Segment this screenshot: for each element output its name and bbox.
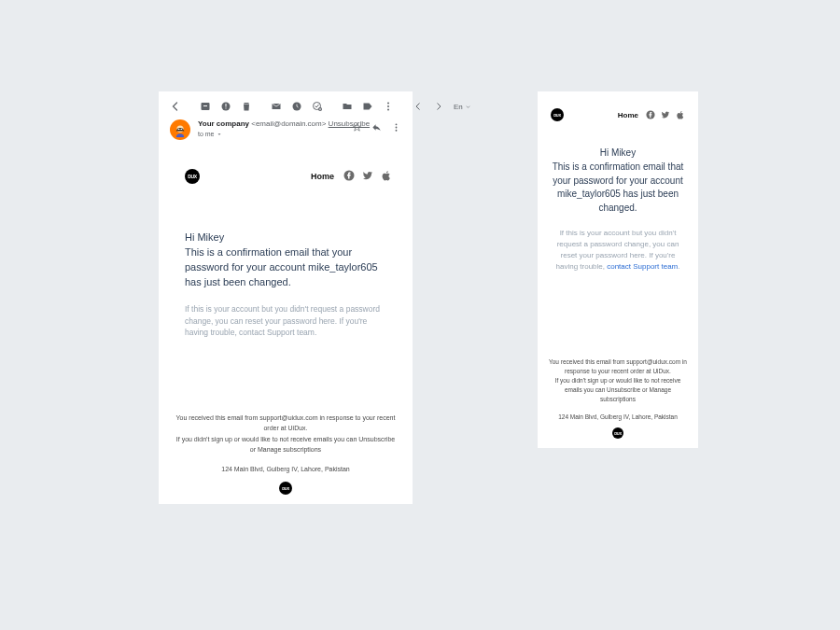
footer-logo: DUX bbox=[612, 427, 623, 439]
email-content-header: DUX Home bbox=[159, 140, 413, 194]
svg-rect-4 bbox=[226, 108, 227, 109]
footer-address: 124 Main Blvd, Gulberg IV, Lahore, Pakis… bbox=[547, 413, 689, 420]
apple-icon[interactable] bbox=[381, 168, 392, 185]
mobile-header: DUX Home bbox=[538, 91, 698, 131]
move-icon[interactable] bbox=[342, 101, 353, 112]
report-icon[interactable] bbox=[220, 101, 231, 112]
star-icon[interactable] bbox=[352, 119, 362, 136]
label-icon[interactable] bbox=[362, 101, 373, 112]
more-icon[interactable] bbox=[383, 101, 394, 112]
footer-line-2: If you didn't sign up or would like to n… bbox=[175, 434, 396, 455]
home-link[interactable]: Home bbox=[618, 111, 638, 119]
language-selector[interactable]: En bbox=[454, 103, 471, 111]
email-desktop-preview: En Your company <email@domain.com> Unsub… bbox=[159, 91, 413, 504]
email-mobile-preview: DUX Home Hi Mikey This is a confirmation… bbox=[538, 91, 698, 448]
footer-address: 124 Main Blvd, Gulberg IV, Lahore, Pakis… bbox=[175, 466, 396, 472]
language-label: En bbox=[454, 103, 463, 111]
svg-point-9 bbox=[387, 105, 389, 107]
secondary-message: If this is your account but you didn't r… bbox=[551, 228, 685, 273]
recipient-line[interactable]: to me bbox=[198, 131, 344, 137]
support-link[interactable]: contact Support team bbox=[607, 262, 678, 271]
email-body: Hi Mikey This is a confirmation email th… bbox=[159, 194, 413, 339]
sender-avatar bbox=[170, 119, 190, 140]
mark-unread-icon[interactable] bbox=[271, 101, 282, 112]
sender-row: Your company <email@domain.com> Unsubscr… bbox=[159, 118, 413, 140]
svg-rect-15 bbox=[180, 129, 182, 130]
greeting: Hi Mikey bbox=[551, 147, 685, 158]
secondary-message: If this is your account but you didn't r… bbox=[185, 303, 386, 339]
svg-rect-16 bbox=[176, 135, 184, 137]
add-task-icon[interactable] bbox=[312, 101, 323, 112]
snooze-icon[interactable] bbox=[291, 101, 302, 112]
recipient-label: to me bbox=[198, 131, 215, 137]
prev-icon[interactable] bbox=[413, 101, 424, 112]
svg-rect-3 bbox=[226, 104, 227, 107]
sender-email: <email@domain.com> bbox=[251, 119, 326, 128]
message-more-icon[interactable] bbox=[391, 119, 401, 136]
brand-logo: DUX bbox=[185, 169, 200, 184]
svg-rect-1 bbox=[203, 105, 207, 106]
home-link[interactable]: Home bbox=[311, 172, 334, 181]
twitter-icon[interactable] bbox=[362, 168, 373, 185]
mobile-body: Hi Mikey This is a confirmation email th… bbox=[538, 131, 698, 273]
mail-toolbar: En bbox=[159, 91, 413, 118]
next-icon[interactable] bbox=[433, 101, 444, 112]
main-message: This is a confirmation email that your p… bbox=[551, 161, 685, 215]
footer-line-2: If you didn't sign up or would like to n… bbox=[547, 376, 689, 404]
footer-logo: DUX bbox=[279, 482, 292, 495]
facebook-icon[interactable] bbox=[343, 168, 355, 185]
back-icon[interactable] bbox=[170, 101, 181, 112]
twitter-icon[interactable] bbox=[661, 106, 670, 123]
facebook-icon[interactable] bbox=[646, 106, 655, 123]
delete-icon[interactable] bbox=[241, 101, 252, 112]
svg-rect-14 bbox=[178, 129, 180, 130]
reply-icon[interactable] bbox=[371, 119, 382, 136]
svg-point-10 bbox=[387, 109, 389, 111]
svg-point-18 bbox=[396, 127, 398, 129]
svg-point-8 bbox=[387, 103, 389, 105]
svg-point-17 bbox=[396, 123, 398, 125]
sender-company: Your company bbox=[198, 119, 249, 128]
brand-logo: DUX bbox=[551, 108, 564, 121]
email-footer: You received this email from support@uid… bbox=[159, 413, 413, 495]
greeting: Hi Mikey bbox=[185, 231, 386, 243]
main-message: This is a confirmation email that your p… bbox=[185, 245, 386, 290]
footer-line-1: You received this email from support@uid… bbox=[175, 413, 396, 433]
apple-icon[interactable] bbox=[676, 106, 685, 123]
mobile-footer: You received this email from support@uid… bbox=[538, 357, 698, 439]
footer-line-1: You received this email from support@uid… bbox=[547, 357, 689, 376]
svg-point-19 bbox=[396, 130, 398, 132]
archive-icon[interactable] bbox=[200, 101, 211, 112]
